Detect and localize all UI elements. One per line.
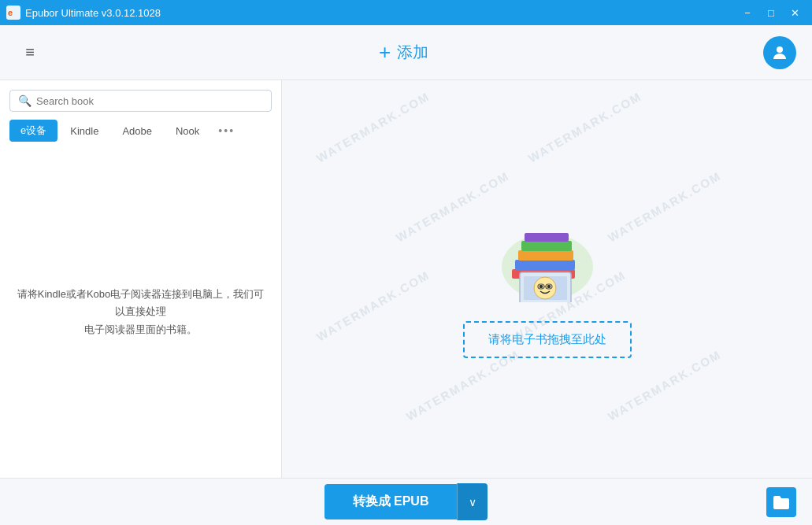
svg-point-2 [777, 46, 783, 53]
search-icon: 🔍 [18, 94, 32, 107]
minimize-button[interactable]: − [736, 5, 758, 20]
search-box: 🔍 [9, 90, 272, 112]
add-plus-icon: + [379, 40, 391, 65]
svg-rect-8 [525, 233, 569, 242]
add-button[interactable]: + 添加 [379, 40, 428, 65]
right-panel: WATERMARK.COM WATERMARK.COM WATERMARK.CO… [282, 80, 812, 478]
app-logo-icon: e [6, 6, 20, 20]
bottom-bar: 转换成 EPUB ∨ [0, 478, 812, 525]
left-panel: 🔍 e设备 Kindle Adobe Nook ••• 请将Kindle或者Ko… [0, 80, 282, 478]
svg-rect-5 [515, 260, 575, 270]
folder-button[interactable] [766, 487, 796, 517]
user-button[interactable] [763, 36, 796, 69]
convert-dropdown-button[interactable]: ∨ [457, 483, 488, 520]
tabs-more-button[interactable]: ••• [212, 120, 241, 141]
tab-nook[interactable]: Nook [165, 121, 210, 141]
drop-zone-label: 请将电子书拖拽至此处 [488, 332, 606, 346]
svg-rect-7 [521, 241, 572, 251]
titlebar: e Epubor Ultimate v3.0.12.1028 − □ ✕ [0, 0, 812, 25]
left-message-line2: 电子阅读器里面的书籍。 [84, 324, 197, 335]
titlebar-left: e Epubor Ultimate v3.0.12.1028 [6, 6, 161, 20]
svg-rect-6 [518, 250, 573, 261]
left-message-line1: 请将Kindle或者Kobo电子阅读器连接到电脑上，我们可以直接处理 [17, 288, 265, 317]
app-container: ≡ + 添加 🔍 e设备 Kindle Adobe Nook ••• [0, 25, 812, 525]
header: ≡ + 添加 [0, 25, 812, 80]
svg-point-15 [547, 285, 550, 288]
left-empty-message: 请将Kindle或者Kobo电子阅读器连接到电脑上，我们可以直接处理 电子阅读器… [16, 286, 265, 338]
folder-icon [772, 494, 791, 510]
body: 🔍 e设备 Kindle Adobe Nook ••• 请将Kindle或者Ko… [0, 80, 812, 478]
watermark: WATERMARK.COM [404, 347, 522, 423]
svg-point-14 [539, 285, 542, 288]
titlebar-title: Epubor Ultimate v3.0.12.1028 [25, 7, 161, 19]
search-input[interactable] [36, 95, 263, 107]
book-illustration [496, 200, 599, 305]
watermark: WATERMARK.COM [605, 168, 723, 244]
tab-e-device[interactable]: e设备 [9, 120, 57, 142]
restore-button[interactable]: □ [760, 5, 782, 20]
menu-button[interactable]: ≡ [16, 39, 44, 67]
svg-point-13 [534, 277, 556, 299]
left-content: 请将Kindle或者Kobo电子阅读器连接到电脑上，我们可以直接处理 电子阅读器… [0, 146, 281, 478]
add-label: 添加 [397, 42, 428, 63]
tab-adobe[interactable]: Adobe [111, 121, 163, 141]
watermark: WATERMARK.COM [526, 89, 644, 165]
books-svg [496, 200, 599, 302]
user-icon [770, 43, 789, 62]
watermark: WATERMARK.COM [393, 168, 511, 244]
convert-button[interactable]: 转换成 EPUB [324, 484, 458, 519]
drop-zone[interactable]: 请将电子书拖拽至此处 [463, 321, 632, 358]
close-button[interactable]: ✕ [784, 5, 806, 20]
svg-text:e: e [8, 8, 13, 17]
watermark: WATERMARK.COM [313, 268, 432, 343]
titlebar-controls: − □ ✕ [736, 5, 806, 20]
tabs: e设备 Kindle Adobe Nook ••• [0, 120, 281, 142]
watermark: WATERMARK.COM [313, 89, 432, 165]
tab-kindle[interactable]: Kindle [59, 121, 109, 141]
watermark: WATERMARK.COM [605, 347, 723, 423]
